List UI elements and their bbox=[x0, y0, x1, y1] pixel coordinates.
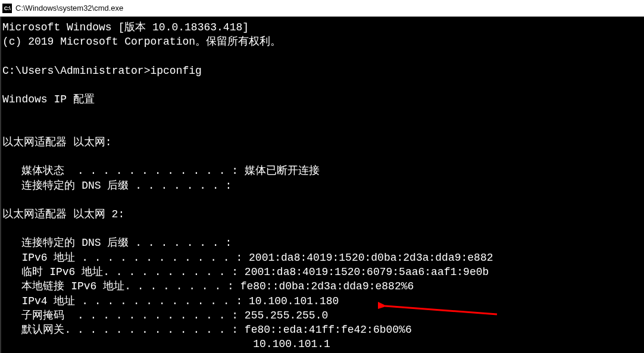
terminal-output[interactable]: Microsoft Windows [版本 10.0.18363.418](c)… bbox=[0, 17, 644, 353]
terminal-line: 以太网适配器 以太网 2: bbox=[2, 207, 644, 221]
terminal-line bbox=[2, 121, 644, 135]
terminal-line: 子网掩码 . . . . . . . . . . . . : 255.255.2… bbox=[2, 308, 644, 323]
terminal-line: 以太网适配器 以太网: bbox=[2, 135, 644, 149]
window-title: C:\Windows\system32\cmd.exe bbox=[15, 4, 123, 13]
terminal-line: Windows IP 配置 bbox=[2, 92, 644, 107]
terminal-line bbox=[2, 221, 644, 236]
cmd-icon: C:\ bbox=[2, 4, 12, 13]
terminal-line: 默认网关. . . . . . . . . . . . . : fe80::ed… bbox=[2, 323, 644, 337]
terminal-line: IPv4 地址 . . . . . . . . . . . . : 10.100… bbox=[2, 294, 644, 308]
terminal-line: 临时 IPv6 地址. . . . . . . . . . : 2001:da8… bbox=[2, 265, 644, 279]
terminal-line: C:\Users\Administrator>ipconfig bbox=[2, 64, 644, 78]
terminal-line: Microsoft Windows [版本 10.0.18363.418] bbox=[2, 20, 644, 35]
terminal-line bbox=[2, 78, 644, 92]
terminal-line: 媒体状态 . . . . . . . . . . . . : 媒体已断开连接 bbox=[2, 164, 644, 178]
terminal-line: IPv6 地址 . . . . . . . . . . . . : 2001:d… bbox=[2, 251, 644, 265]
terminal-line bbox=[2, 107, 644, 121]
terminal-line: 本地链接 IPv6 地址. . . . . . . . : fe80::d0ba… bbox=[2, 279, 644, 293]
terminal-line bbox=[2, 49, 644, 64]
terminal-line bbox=[2, 193, 644, 207]
terminal-line: (c) 2019 Microsoft Corporation。保留所有权利。 bbox=[2, 35, 644, 49]
window-border bbox=[0, 17, 1, 353]
terminal-line: 连接特定的 DNS 后缀 . . . . . . . : bbox=[2, 236, 644, 250]
terminal-line bbox=[2, 149, 644, 164]
terminal-line: 10.100.101.1 bbox=[2, 337, 644, 351]
window-titlebar[interactable]: C:\ C:\Windows\system32\cmd.exe bbox=[0, 0, 644, 17]
terminal-line: 连接特定的 DNS 后缀 . . . . . . . : bbox=[2, 179, 644, 193]
